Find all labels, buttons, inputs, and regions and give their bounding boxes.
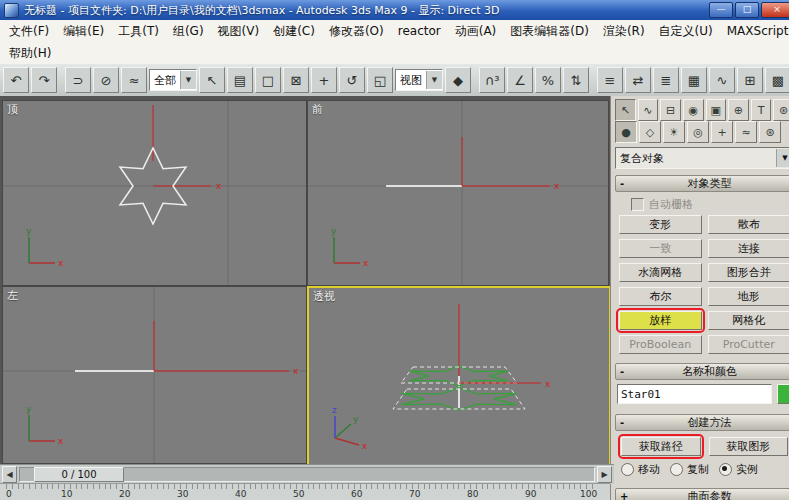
snap-toggle-3d-icon[interactable]: ∩³ [479,67,505,93]
menu-group[interactable]: 组(G) [166,21,211,41]
viewport-left-label[interactable]: 左 [7,288,18,303]
spinner-snap-icon[interactable]: ⇅ [563,67,589,93]
selection-filter-dropdown[interactable]: 全部 ▼ [149,69,197,91]
menu-help[interactable]: 帮助(H) [2,43,58,63]
subtab-helpers[interactable]: + [711,121,733,143]
previous-frame-button[interactable]: ◀ [2,466,17,483]
geometry-category-dropdown[interactable]: 复合对象 ▼ [615,147,789,169]
bind-to-spacewarp-icon[interactable]: ≈ [121,67,147,93]
rollout-name-color-title: 名称和颜色 [630,364,789,379]
menu-maxscript[interactable]: MAXScript(M) [720,21,789,41]
mesher-button[interactable]: 网格化 [708,311,789,330]
tab-display[interactable]: ▣ [706,99,727,121]
align-icon[interactable]: ≣ [653,67,679,93]
subtab-geometry[interactable]: ● [615,121,637,143]
get-shape-button[interactable]: 获取图形 [709,437,789,456]
tab-create[interactable]: ↖ [615,99,636,121]
undo-icon[interactable]: ↶ [3,67,29,93]
tab-maxscript[interactable]: T [751,99,772,121]
angle-snap-icon[interactable]: ∠ [507,67,533,93]
menu-create[interactable]: 创建(C) [266,21,322,41]
layer-manager-icon[interactable]: ▦ [681,67,707,93]
boolean-button[interactable]: 布尔 [619,287,702,306]
geometry-category-value: 复合对象 [616,151,776,166]
rollout-name-color[interactable]: - 名称和颜色 [615,363,789,380]
tab-config[interactable]: ⊛ [773,99,789,121]
blobmesh-button[interactable]: 水滴网格 [619,263,702,282]
window-crossing-icon[interactable]: ⊠ [283,67,309,93]
curve-editor-icon[interactable]: ∿ [709,67,735,93]
morph-button[interactable]: 变形 [619,215,702,234]
select-and-rotate-icon[interactable]: ↺ [339,67,365,93]
menu-tools[interactable]: 工具(T) [111,21,166,41]
redo-icon[interactable]: ↷ [31,67,57,93]
schematic-view-icon[interactable]: ⊞ [737,67,763,93]
viewport-perspective-label[interactable]: 透视 [313,289,335,304]
viewport-front-label[interactable]: 前 [312,102,323,117]
percent-snap-icon[interactable]: % [535,67,561,93]
maximize-button[interactable]: □ [735,2,759,18]
get-path-button[interactable]: 获取路径 [621,437,701,456]
unlink-selection-icon[interactable]: ⊘ [93,67,119,93]
subtab-cameras[interactable]: ◎ [687,121,709,143]
minimize-button[interactable]: — [709,2,733,18]
rectangular-selection-region-icon[interactable]: □ [255,67,281,93]
menu-animation[interactable]: 动画(A) [448,21,504,41]
connect-button[interactable]: 连接 [708,239,789,258]
object-color-swatch[interactable] [777,384,789,404]
time-slider-handle[interactable]: 0 / 100 [34,467,124,482]
viewport-front[interactable]: x x y 前 [307,100,609,286]
menu-rendering[interactable]: 渲染(R) [596,21,652,41]
time-slider-track[interactable]: 0 / 100 [19,467,595,482]
viewport-perspective-active[interactable]: x x y z 透视 [307,286,611,466]
tab-motion[interactable]: ◉ [683,99,704,121]
menu-file[interactable]: 文件(F) [2,21,56,41]
shapemerge-button[interactable]: 图形合并 [708,263,789,282]
radio-move[interactable] [621,463,634,476]
select-by-name-icon[interactable]: ▤ [227,67,253,93]
subtab-shapes[interactable]: ◇ [639,121,661,143]
menu-modifiers[interactable]: 修改器(O) [322,21,391,41]
material-editor-icon[interactable]: ▩ [765,67,789,93]
rollout-surface-parameters[interactable]: + 曲面参数 [615,488,789,500]
conform-button[interactable]: 一致 [619,239,702,258]
loft-button-active[interactable]: 放样 [619,311,702,330]
frame-tick-label: 90 [525,489,536,499]
menu-views[interactable]: 视图(V) [211,21,267,41]
procutter-button[interactable]: ProCutter [708,335,789,354]
select-and-link-icon[interactable]: ⊃ [65,67,91,93]
reference-coordsys-dropdown[interactable]: 视图 ▼ [395,69,443,91]
viewport-left[interactable]: x x y 左 [2,286,307,464]
rollout-object-type[interactable]: - 对象类型 [615,175,789,192]
select-and-move-icon[interactable]: + [311,67,337,93]
subtab-space-warps[interactable]: ≈ [735,121,757,143]
rollout-creation-method[interactable]: - 创建方法 [615,414,789,431]
autogrid-checkbox[interactable] [631,198,644,211]
proboolean-button[interactable]: ProBoolean [619,335,702,354]
menu-reactor[interactable]: reactor [391,21,448,41]
tab-utilities[interactable]: ⊕ [728,99,749,121]
menu-edit[interactable]: 编辑(E) [56,21,111,41]
select-and-scale-icon[interactable]: ◱ [367,67,393,93]
menu-customize[interactable]: 自定义(U) [652,21,720,41]
tab-modify[interactable]: ∿ [638,99,659,121]
track-bar[interactable]: 0 10 20 30 40 50 60 70 80 90 100 [0,483,610,500]
select-and-manipulate-icon[interactable]: ◆ [445,67,471,93]
terrain-button[interactable]: 地形 [708,287,789,306]
subtab-systems[interactable]: ⊛ [759,121,781,143]
object-name-input[interactable] [617,384,772,404]
menu-graph-editors[interactable]: 图表编辑器(D) [503,21,596,41]
subtab-lights[interactable]: ☀ [663,121,685,143]
x-axis-label: x [545,379,551,389]
scatter-button[interactable]: 散布 [708,215,789,234]
named-selection-sets-icon[interactable]: ≡ [597,67,623,93]
next-frame-button[interactable]: ▶ [597,466,612,483]
radio-copy[interactable] [670,463,683,476]
mirror-icon[interactable]: ⇄ [625,67,651,93]
viewport-top-label[interactable]: 顶 [7,102,18,117]
close-button[interactable]: × [761,2,789,18]
viewport-top[interactable]: x x y 顶 [2,100,307,286]
select-object-icon[interactable]: ↖ [199,67,225,93]
tab-hierarchy[interactable]: ⊟ [660,99,681,121]
radio-instance-selected[interactable] [719,463,732,476]
